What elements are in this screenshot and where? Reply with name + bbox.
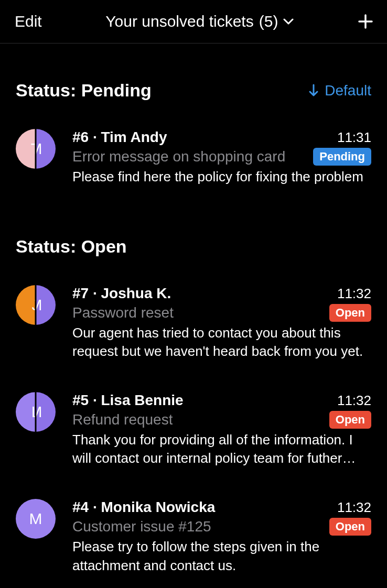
ticket-preview: Our agent has tried to contact you about… — [72, 324, 371, 361]
section-header: Status: Open — [0, 236, 387, 257]
arrow-down-icon — [308, 84, 319, 97]
ticket-preview: Thank you for providing all of the infor… — [72, 431, 371, 467]
ticket-item[interactable]: TM#6 · Tim Andy11:31Error message on sho… — [0, 129, 387, 186]
ticket-time: 11:32 — [337, 393, 371, 409]
add-button[interactable] — [358, 14, 373, 29]
status-badge: Open — [329, 518, 371, 536]
ticket-id-name: #6 · Tim Andy — [72, 129, 167, 146]
ticket-body: #4 · Monika Nowicka11:32Customer issue #… — [72, 499, 371, 574]
avatar: LM — [16, 392, 56, 432]
ticket-item[interactable]: LM#5 · Lisa Bennie11:32Refund requestOpe… — [0, 392, 387, 467]
section-title: Status: Open — [16, 236, 127, 257]
ticket-preview: Please find here the policy for fixing t… — [72, 168, 371, 186]
ticket-id-name: #5 · Lisa Bennie — [72, 392, 184, 409]
sort-button[interactable]: Default — [308, 82, 371, 99]
ticket-list: TM#6 · Tim Andy11:31Error message on sho… — [0, 129, 387, 186]
view-selector[interactable]: Your unsolved tickets (5) — [42, 13, 358, 30]
sort-label: Default — [325, 82, 371, 99]
ticket-body: #6 · Tim Andy11:31Error message on shopp… — [72, 129, 371, 186]
edit-button[interactable]: Edit — [15, 13, 42, 30]
ticket-subject: Error message on shopping card — [72, 148, 285, 165]
ticket-time: 11:31 — [337, 129, 371, 146]
header: Edit Your unsolved tickets (5) — [0, 0, 387, 43]
ticket-id-name: #7 · Joshua K. — [72, 285, 171, 302]
avatar-single: M — [16, 499, 56, 539]
header-title: Your unsolved tickets — [105, 13, 253, 30]
ticket-time: 11:32 — [337, 499, 371, 516]
status-badge: Pending — [313, 148, 371, 166]
ticket-subject: Customer issue #125 — [72, 518, 211, 535]
section-header: Status: PendingDefault — [0, 80, 387, 101]
ticket-subject: Refund request — [72, 411, 173, 428]
chevron-down-icon — [283, 18, 294, 25]
ticket-list-container: Status: PendingDefaultTM#6 · Tim Andy11:… — [0, 80, 387, 575]
status-badge: Open — [329, 304, 371, 322]
status-badge: Open — [329, 411, 371, 429]
ticket-id-name: #4 · Monika Nowicka — [72, 499, 215, 516]
avatar: M — [16, 499, 56, 539]
section-title: Status: Pending — [16, 80, 152, 101]
ticket-subject: Password reset — [72, 304, 174, 321]
ticket-preview: Please try to follow the steps given in … — [72, 538, 371, 574]
avatar: JM — [16, 285, 56, 325]
ticket-item[interactable]: JM#7 · Joshua K.11:32Password resetOpenO… — [0, 285, 387, 361]
ticket-item[interactable]: M#4 · Monika Nowicka11:32Customer issue … — [0, 499, 387, 574]
header-count: (5) — [259, 13, 278, 30]
avatar: TM — [16, 129, 56, 169]
ticket-body: #7 · Joshua K.11:32Password resetOpenOur… — [72, 285, 371, 361]
ticket-body: #5 · Lisa Bennie11:32Refund requestOpenT… — [72, 392, 371, 467]
ticket-list: JM#7 · Joshua K.11:32Password resetOpenO… — [0, 285, 387, 575]
ticket-time: 11:32 — [337, 286, 371, 302]
